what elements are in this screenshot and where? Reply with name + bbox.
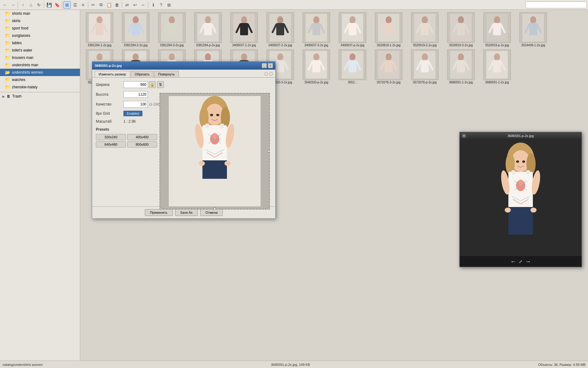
search-input[interactable] — [526, 2, 587, 8]
view-button[interactable]: ⊞ — [63, 1, 71, 9]
back-button[interactable]: ← — [1, 1, 9, 9]
thumbnail-label: 3572076-p-2x.jpg — [413, 81, 437, 84]
thumbnail-item[interactable]: 3572076-3-2x.jpg — [372, 49, 405, 84]
tab-resize[interactable]: Изменить размер — [95, 71, 130, 77]
thumbnail-item[interactable]: 3400037-3-2x.jpg — [300, 12, 333, 47]
thumbnail-image — [339, 49, 366, 80]
thumbnail-item[interactable]: 3520919-2-2x.jpg — [408, 12, 442, 47]
thumbnail-item[interactable]: 3381284-2-2x.jpg — [119, 12, 153, 47]
sidebar-item-label: trousers man — [12, 56, 33, 60]
thumbnail-item[interactable]: 3381284-1-2x.jpg — [83, 12, 116, 47]
thumbnail-item[interactable]: 3686591-1-2x.jpg — [444, 49, 478, 84]
thumbnail-item[interactable]: 3381284-3-2x.jpg — [155, 12, 189, 47]
preset-320x240[interactable]: 320x240 — [96, 134, 126, 140]
preset-800x600[interactable]: 800x600 — [127, 141, 157, 148]
save-as-button[interactable]: Save As — [175, 209, 198, 216]
sidebar-resize-handle[interactable] — [79, 10, 80, 361]
color-dot-1[interactable] — [264, 72, 268, 76]
folder-icon: 📁 — [5, 40, 10, 45]
height-input[interactable] — [123, 91, 148, 98]
thumbnail-item[interactable]: 3520919-3-2x.jpg — [444, 12, 478, 47]
cancel-button[interactable]: Отмена — [200, 209, 223, 216]
svg-rect-37 — [349, 23, 356, 35]
details-button[interactable]: ≡ — [79, 1, 87, 9]
sidebar-item-undershirts-women[interactable]: 📂 undershirts women — [0, 69, 80, 76]
thumbnail-item[interactable]: 3572076-p-2x.jpg — [408, 49, 442, 84]
dialog-title: 3686591-p-2x.jpg — [95, 64, 122, 67]
extra-button[interactable]: ⊞ — [165, 1, 173, 9]
grid-enabled-button[interactable]: Enabled — [123, 111, 142, 116]
copy-button[interactable]: ⧉ — [97, 1, 105, 9]
rotate-button[interactable]: ↩ — [131, 1, 139, 9]
sidebar: 📁 shorts man 📁 skirts 📁 sport food 📁 sun… — [0, 10, 80, 361]
flip-button[interactable]: ↔ — [139, 1, 147, 9]
svg-rect-92 — [276, 60, 284, 72]
sidebar-item-undershirts-man[interactable]: 📁 undershirts man — [0, 61, 80, 69]
list-button[interactable]: ☰ — [71, 1, 79, 9]
sidebar-item-shorts-man[interactable]: 📁 shorts man — [0, 10, 80, 17]
up-button[interactable]: ↑ — [19, 1, 27, 9]
thumbnail-item[interactable]: 3520919-1-2x.jpg — [372, 12, 405, 47]
dialog-content: Ширина 🔒 ⇅ Высота Качество (1-100) 8px G… — [92, 78, 275, 206]
thumbnail-item[interactable]: 3400037-p-2x.jpg — [336, 12, 369, 47]
preset-400x400[interactable]: 400x400 — [127, 134, 157, 140]
bookmark-button[interactable]: 🔖 — [53, 1, 61, 9]
sidebar-item-trash[interactable]: ▶ 🗑 Trash — [0, 92, 80, 100]
save-button[interactable]: 💾 — [45, 1, 53, 9]
thumbnail-item[interactable]: 3552... — [336, 49, 369, 84]
sidebar-item-zhenskie-halaty[interactable]: 📁 zhenskie-halaty — [0, 83, 80, 91]
color-dot-2[interactable] — [269, 72, 273, 76]
sidebar-item-toilets-water[interactable]: 📁 toilet's water — [0, 47, 80, 54]
sidebar-item-label: sunglasses — [12, 33, 30, 38]
lock-button[interactable]: 🔒 — [149, 81, 156, 88]
preview-close-btn[interactable]: × — [462, 134, 466, 138]
home-button[interactable]: ⌂ — [27, 1, 35, 9]
preset-640x480[interactable]: 640x480 — [96, 141, 126, 148]
thumbnail-item[interactable]: 3524409-1-2x.jpg — [516, 12, 550, 47]
sidebar-item-tables[interactable]: 📁 tables — [0, 39, 80, 47]
dialog-minimize-button[interactable]: _ — [262, 63, 267, 68]
prev-image-button[interactable]: ← — [510, 258, 516, 265]
forward-button[interactable]: → — [9, 1, 17, 9]
sidebar-item-skirts[interactable]: 📁 skirts — [0, 17, 80, 25]
next-image-button[interactable]: → — [525, 258, 531, 265]
flip-button[interactable]: ⇅ — [157, 81, 164, 88]
svg-rect-22 — [240, 23, 248, 35]
dialog-close-button[interactable]: × — [268, 63, 273, 68]
thumbnail-item[interactable]: 3686591-2-2x.jpg — [480, 49, 514, 84]
svg-point-111 — [422, 53, 428, 61]
apply-button[interactable]: Применить — [145, 209, 173, 216]
cut-button[interactable]: ✂ — [89, 1, 97, 9]
resize-handle-bm[interactable] — [213, 208, 216, 209]
resize-handle-br[interactable] — [268, 208, 270, 209]
paste-button[interactable]: 📋 — [105, 1, 113, 9]
info-button[interactable]: ℹ — [149, 1, 157, 9]
refresh-button[interactable]: ↻ — [35, 1, 43, 9]
tab-rotate[interactable]: Повернуть — [154, 71, 179, 77]
quality-range: (1-100) — [149, 102, 160, 106]
resize-handle-mr[interactable] — [268, 150, 270, 152]
svg-point-101 — [349, 53, 356, 61]
sidebar-item-trousers-man[interactable]: 📁 trousers man — [0, 54, 80, 61]
thumbnail-item[interactable]: 3381284-p-2x.jpg — [191, 12, 225, 47]
sidebar-item-sport-food[interactable]: 📁 sport food — [0, 25, 80, 32]
move-button[interactable]: ⇄ — [123, 1, 131, 9]
svg-rect-107 — [385, 60, 393, 72]
sidebar-item-sunglasses[interactable]: 📁 sunglasses — [0, 32, 80, 39]
sidebar-item-watches[interactable]: 📁 watches — [0, 76, 80, 83]
thumbnail-item[interactable]: 3520919-p-2x.jpg — [480, 12, 514, 47]
width-input[interactable] — [123, 81, 148, 88]
scale-value: 1 : 2.96 — [123, 119, 136, 124]
delete-button[interactable]: 🗑 — [113, 1, 121, 9]
tab-crop[interactable]: Обрезать — [131, 71, 154, 77]
thumbnail-image — [158, 12, 186, 43]
thumbnail-image — [230, 12, 258, 43]
thumbnail-item[interactable]: 3540320-p-2x.jpg — [300, 49, 333, 84]
quality-input[interactable] — [123, 101, 148, 108]
zoom-fit-button[interactable]: ⤢ — [519, 259, 522, 264]
thumbnail-item[interactable]: 3400037-2-2x.jpg — [263, 12, 297, 47]
thumbnail-item[interactable]: 3400037-1-2x.jpg — [227, 12, 261, 47]
help-button[interactable]: ? — [157, 1, 165, 9]
resize-handle-bl[interactable] — [160, 208, 161, 209]
svg-point-150 — [522, 160, 525, 163]
